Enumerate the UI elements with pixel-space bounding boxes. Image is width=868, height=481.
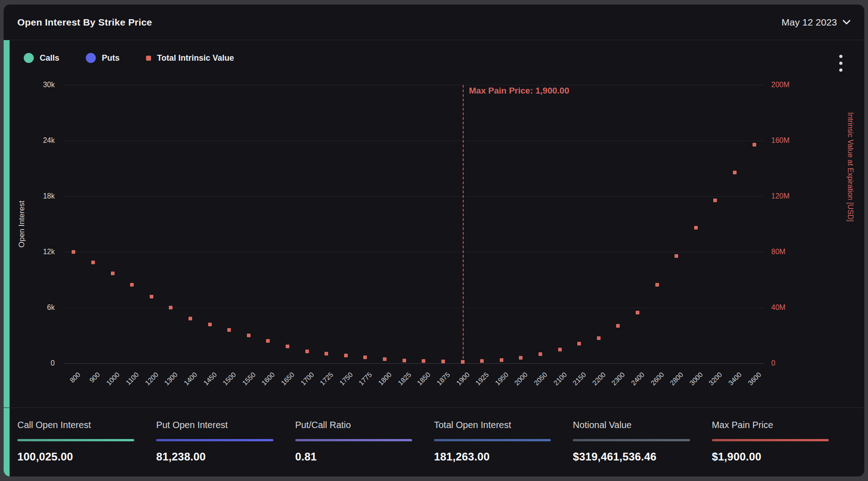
- y-tick-label-right: 120M: [771, 192, 790, 200]
- stat-underline: [17, 439, 134, 441]
- x-tick-label: 2300: [610, 371, 627, 387]
- intrinsic-dot: [753, 143, 756, 146]
- x-tick-label: 2150: [571, 371, 588, 387]
- x-tick-label: 1800: [376, 371, 393, 387]
- panel-header: Open Interest By Strike Price May 12 202…: [4, 5, 864, 40]
- stats-row: Call Open Interest100,025.00Put Open Int…: [4, 408, 864, 476]
- x-tick-label: 2050: [532, 371, 549, 387]
- intrinsic-dot: [286, 345, 289, 348]
- intrinsic-dot: [539, 352, 542, 356]
- intrinsic-dot: [363, 356, 367, 359]
- stat-value: 0.81: [295, 450, 412, 463]
- intrinsic-dot: [324, 352, 328, 356]
- stat-put-open-interest: Put Open Interest81,238.00: [156, 419, 295, 476]
- page-title: Open Interest By Strike Price: [17, 17, 152, 28]
- max-pain-annotation: Max Pain Price: 1,900.00: [469, 86, 570, 96]
- x-tick-label: 1400: [182, 371, 199, 387]
- gridline: [64, 141, 764, 141]
- x-tick-label: 1700: [299, 371, 315, 387]
- stat-label: Notional Value: [573, 419, 690, 431]
- x-tick-label: 1550: [241, 371, 257, 387]
- x-tick-label: 3200: [707, 371, 724, 387]
- x-tick-label: 3400: [727, 371, 743, 387]
- stat-total-open-interest: Total Open Interest181,263.00: [434, 419, 573, 476]
- x-tick-label: 2800: [669, 371, 685, 387]
- y-tick-label-right: 160M: [771, 136, 790, 145]
- intrinsic-dot: [150, 295, 153, 298]
- date-selector-label: May 12 2023: [782, 17, 837, 28]
- call-bar: [4, 73, 10, 147]
- gridline: [64, 196, 764, 197]
- stat-value: $319,461,536.46: [573, 450, 690, 463]
- intrinsic-dot: [500, 358, 503, 362]
- intrinsic-dot: [247, 334, 251, 337]
- stat-underline: [712, 439, 829, 441]
- x-tick-label: 1850: [416, 371, 432, 387]
- intrinsic-dot: [227, 328, 231, 332]
- gridline: [64, 252, 764, 252]
- call-bar: [4, 147, 10, 157]
- y-tick-label-left: 24k: [23, 136, 55, 145]
- call-bar: [4, 54, 10, 73]
- call-bar: [4, 278, 10, 333]
- intrinsic-dot: [188, 317, 192, 320]
- intrinsic-dot: [91, 261, 95, 264]
- intrinsic-dot: [422, 359, 425, 363]
- gridline: [64, 85, 764, 85]
- intrinsic-dot: [675, 254, 678, 258]
- intrinsic-dot: [111, 272, 115, 275]
- intrinsic-dot: [713, 199, 717, 202]
- intrinsic-dot: [558, 348, 562, 351]
- x-tick-label: 1100: [124, 371, 140, 387]
- intrinsic-dot: [383, 357, 387, 361]
- y-tick-label-right: 200M: [771, 81, 790, 89]
- stat-notional-value: Notional Value$319,461,536.46: [573, 419, 711, 476]
- x-tick-label: 1600: [260, 371, 277, 387]
- intrinsic-dot: [403, 359, 406, 362]
- x-tick-label: 2600: [649, 371, 665, 387]
- max-pain-line: [463, 85, 464, 363]
- x-tick-label: 1825: [396, 371, 413, 387]
- y-tick-label-right: 0: [771, 359, 775, 367]
- x-tick-label: 1925: [474, 371, 491, 387]
- y-tick-label-right: 40M: [771, 303, 785, 312]
- x-tick-label: 2000: [513, 371, 529, 387]
- chart-area: CallsPutsTotal Intrinsic Value 006k40M12…: [4, 40, 864, 408]
- panel-card: Open Interest By Strike Price May 12 202…: [4, 5, 864, 476]
- intrinsic-dot: [441, 360, 445, 363]
- x-tick-label: 1000: [105, 371, 121, 387]
- intrinsic-dot: [130, 283, 134, 287]
- gridline: [64, 363, 764, 364]
- stat-put-call-ratio: Put/Call Ratio0.81: [295, 419, 434, 476]
- x-tick-label: 2400: [629, 371, 646, 387]
- stat-underline: [434, 439, 551, 441]
- stat-label: Put/Call Ratio: [295, 419, 412, 431]
- x-tick-label: 1900: [455, 371, 471, 387]
- intrinsic-dot: [597, 336, 601, 340]
- x-tick-label: 1650: [279, 371, 296, 387]
- intrinsic-dot: [72, 250, 75, 254]
- x-tick-label: 1875: [435, 371, 451, 387]
- chevron-down-icon: [842, 20, 851, 25]
- y-tick-label-left: 30k: [23, 81, 55, 89]
- x-tick-label: 3600: [746, 371, 763, 387]
- x-tick-label: 1200: [143, 371, 160, 387]
- stat-underline: [295, 439, 412, 441]
- date-selector[interactable]: May 12 2023: [782, 17, 851, 28]
- x-tick-label: 1750: [338, 371, 354, 387]
- intrinsic-dot: [266, 339, 270, 343]
- intrinsic-dot: [305, 350, 309, 353]
- intrinsic-dot: [655, 283, 659, 287]
- intrinsic-dot: [694, 226, 698, 230]
- call-bar: [4, 45, 10, 54]
- y-tick-label-left: 12k: [23, 248, 55, 256]
- x-tick-label: 1775: [357, 371, 374, 387]
- intrinsic-dot: [636, 311, 639, 314]
- axis-title-right: Intrinsic Value at Expiration [USD]: [846, 112, 854, 222]
- stat-value: 81,238.00: [156, 450, 273, 463]
- intrinsic-dot: [577, 342, 581, 345]
- stat-value: 100,025.00: [17, 450, 134, 463]
- plot-area[interactable]: 006k40M12k80M18k120M24k160M30k200MOpen I…: [4, 40, 864, 408]
- stat-value: $1,900.00: [712, 450, 829, 463]
- stat-label: Max Pain Price: [712, 419, 829, 431]
